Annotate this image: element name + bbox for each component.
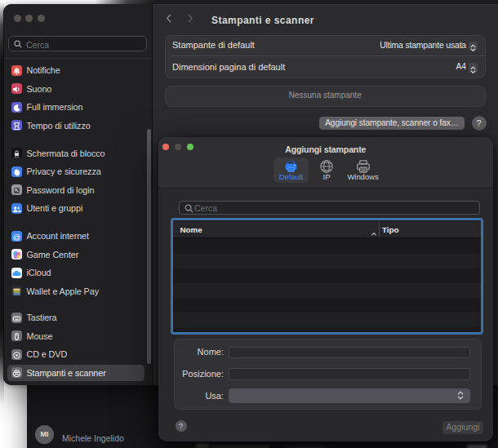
svg-text:@: @ (13, 233, 20, 241)
